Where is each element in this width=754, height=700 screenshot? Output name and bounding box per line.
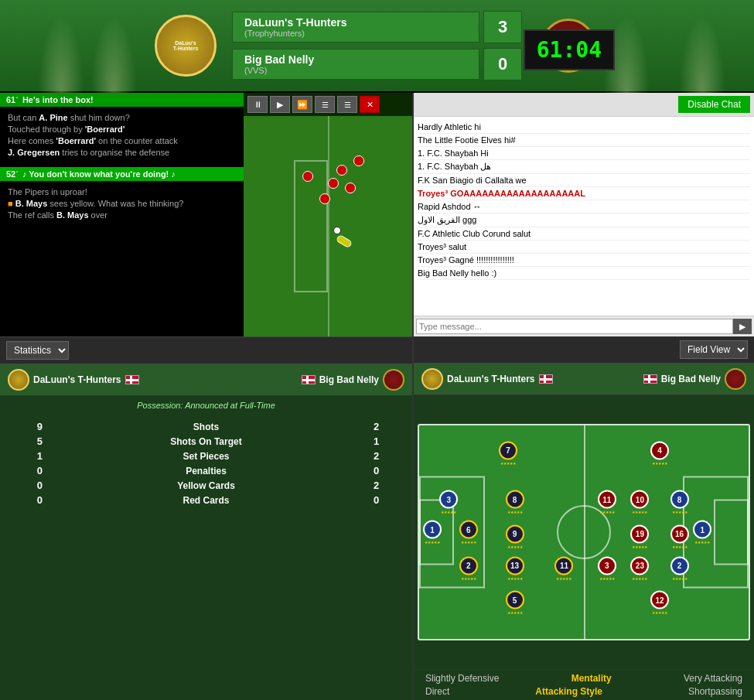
score-display: DaLuun's T-Hunters (Trophyhunters) 3 Big… [232,9,522,83]
mentality-label: Mentality [571,673,612,684]
pause-button[interactable]: ⏸ [247,96,268,113]
player-8-left: 8 ★★★★★ [506,490,524,514]
list1-button[interactable]: ☰ [315,96,335,113]
player-10: 10 ★★★★★ [630,490,649,514]
player-12: 12 ★★★★★ [650,591,669,615]
close-button[interactable]: ✕ [360,96,380,113]
penalties-left: 0 [12,465,43,476]
mentality-left-value: Slightly Defensive [425,673,499,684]
team1-score: 3 [483,11,522,43]
team2-field-logo [725,368,746,390]
team2-name: Big Bad Nelly [244,53,467,66]
field-player-fallen [336,234,353,248]
shots-on-target-right: 1 [370,435,401,447]
player-16: 16 ★★★★★ [670,524,689,548]
player-2-right: 2 ★★★★★ [670,556,689,580]
disable-chat-button[interactable]: Disable Chat [678,96,750,113]
chat-input-row: ▶ [414,316,754,336]
player-2-left: 2 ★★★★★ [459,556,478,580]
team2-stats-name: Big Bad Nelly [319,374,379,385]
yellow-cards-label: Yellow Cards [43,480,370,491]
chat-msg: 1. F.C. Shaybah Hi [418,147,750,160]
team2-sub: (VVS) [244,66,467,75]
statistics-panel: DaLuun's T-Hunters Big Bad Nelly Possess… [0,364,412,700]
team1-stats-name: DaLuun's T-Hunters [33,374,121,385]
commentary-line: Here comes 'Boerrard' on the counter att… [8,136,236,145]
field-view-dropdown[interactable]: Field View [680,340,748,359]
team1-stats-logo [8,369,29,391]
commentary-line: But can A. Pine shut him down? [8,113,236,122]
commentary-line: J. Gregersen tries to organise the defen… [8,148,236,157]
match-timer: 61:04 [524,29,615,70]
set-pieces-left: 1 [12,450,43,462]
shots-left: 9 [12,421,43,432]
chat-panel: Disable Chat Hardly Athletic hi The Litt… [412,93,754,336]
player-5: 5 ★★★★★ [506,591,524,615]
field-player-red3 [328,178,339,189]
team1-field-flag [539,374,553,384]
team1-field-logo [421,368,443,390]
mentality-panel: Slightly Defensive Mentality Very Attack… [414,669,754,700]
next-button[interactable]: ▶ [270,96,290,113]
field-player-red2 [319,193,330,204]
list2-button[interactable]: ☰ [337,96,357,113]
player-9: 9 ★★★★★ [506,524,524,548]
field-player-red6 [353,155,364,166]
team1-sub: (Trophyhunters) [244,29,467,38]
commentary-highlight-52: ♪ You don't know what you're doing! ♪ [22,169,176,179]
mentality-right-value: Very Attacking [684,673,742,684]
red-cards-left: 0 [12,494,43,506]
chat-msg: Rapid Ashdod ↔️ [418,200,750,213]
yellow-cards-right: 2 [370,480,401,491]
team2-field-name: Big Bad Nelly [661,374,721,384]
team2-score: 0 [483,48,522,80]
commentary-line: ■ B. Mays sees yellow. What was he think… [8,199,236,208]
chat-msg: Troyes³ Gagné !!!!!!!!!!!!!!!! [418,254,750,267]
chat-msg-goal: Troyes³ GOAAAAAAAAAAAAAAAAAAAL [418,187,750,200]
stats-rows: 9 Shots 2 5 Shots On Target 1 1 Set Piec… [0,415,412,512]
minute-label-52: 52´ [6,169,19,179]
chat-msg: The Little Footie Elves hi# [418,134,750,147]
attacking-style-left-value: Direct [425,686,449,697]
field-ball [333,227,341,234]
player-13: 13 ★★★★★ [506,556,524,580]
soccer-field: 7 ★★★★★ 3 ★★★★★ 8 ★★★★★ 1 [418,424,750,640]
shots-right: 2 [370,421,401,432]
possession-row: Possession: Announced at Full-Time [0,396,412,415]
chat-msg: Big Bad Nelly hello :) [418,267,750,280]
attacking-style-label: Attacking Style [535,686,602,697]
red-cards-label: Red Cards [43,495,370,506]
chat-msg: Hardly Athletic hi [418,121,750,134]
field-player-red5 [345,183,356,193]
video-panel: ⏸ ▶ ⏩ ☰ ☰ ✕ [244,93,412,336]
player-1-right: 1 ★★★★★ [693,521,711,545]
player-19: 19 ★★★★★ [630,524,649,548]
chat-send-button[interactable]: ▶ [733,319,752,334]
team2-field-flag [643,374,657,384]
statistics-dropdown[interactable]: Statistics [6,341,69,360]
team1-logo: DaLuu'sT-Hunters [151,11,220,80]
team1-name: DaLuun's T-Hunters [244,16,467,29]
player-23: 23 ★★★★★ [630,556,649,580]
field-view-panel: Field View DaLuun's T-Hunters Big Bad Ne… [412,336,754,700]
red-cards-right: 0 [370,494,401,506]
player-3-right: 3 ★★★★★ [598,556,616,580]
field-player-red4 [336,165,347,176]
chat-input[interactable] [416,319,733,334]
shots-label: Shots [43,422,370,432]
commentary-highlight-61: He's into the box! [22,95,94,104]
fast-forward-button[interactable]: ⏩ [292,96,312,113]
team1-flag [125,375,139,384]
player-4: 4 ★★★★★ [650,441,669,465]
chat-msg: Troyes³ salut [418,241,750,254]
team1-field-name: DaLuun's T-Hunters [447,374,535,384]
yellow-cards-left: 0 [12,480,43,491]
team2-flag [302,375,316,384]
player-11-left: 11 ★★★★★ [554,556,573,580]
chat-msg: الفريق الاول ggg [418,213,750,227]
team2-name-block: Big Bad Nelly (VVS) [232,49,479,80]
right-goal [714,500,749,565]
player-8-right: 8 ★★★★★ [670,490,689,514]
chat-msg: F.C Athletic Club Corund salut [418,227,750,241]
commentary-line: Touched through by 'Boerrard' [8,125,236,134]
